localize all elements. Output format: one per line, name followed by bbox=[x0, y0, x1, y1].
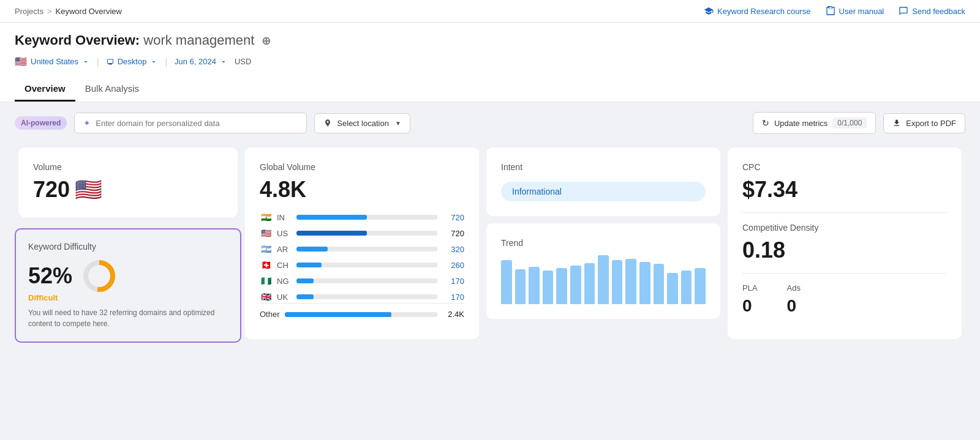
ads-value: 0 bbox=[787, 296, 801, 316]
export-btn-label: Export to PDF bbox=[906, 119, 956, 128]
volume-label: Volume bbox=[33, 162, 223, 172]
country-bar-container-0 bbox=[296, 215, 437, 220]
page-title-prefix: Keyword Overview: bbox=[15, 32, 140, 48]
country-value-0: 720 bbox=[442, 213, 464, 222]
country-row: 🇮🇳 IN 720 bbox=[260, 212, 464, 222]
desktop-icon bbox=[107, 58, 114, 65]
country-bar-container-5 bbox=[296, 294, 437, 299]
filter-sep-2: | bbox=[165, 57, 167, 67]
country-code-5: UK bbox=[277, 293, 292, 302]
volume-number-text: 720 bbox=[33, 177, 70, 203]
intent-label: Intent bbox=[501, 162, 706, 172]
trend-bar-0 bbox=[501, 260, 512, 304]
trend-bar-13 bbox=[681, 270, 692, 304]
kd-percent-text: 52% bbox=[28, 263, 72, 288]
country-row: 🇳🇬 NG 170 bbox=[260, 276, 464, 286]
cpc-value: $7.34 bbox=[742, 177, 947, 203]
location-select-btn[interactable]: Select location ▼ bbox=[314, 113, 410, 133]
country-filter-btn[interactable]: 🇺🇸 United States bbox=[15, 56, 89, 67]
other-bar-fill bbox=[285, 312, 392, 317]
country-row: 🇦🇷 AR 320 bbox=[260, 244, 464, 254]
country-code-1: US bbox=[277, 229, 292, 238]
volume-card: Volume 720 🇺🇸 bbox=[18, 147, 238, 217]
breadcrumb-current: Keyword Overview bbox=[56, 7, 122, 16]
country-bar-container-4 bbox=[296, 278, 437, 283]
currency-label: USD bbox=[235, 57, 251, 66]
tab-overview[interactable]: Overview bbox=[15, 77, 75, 102]
domain-input[interactable] bbox=[96, 119, 298, 128]
country-chevron-icon bbox=[82, 58, 89, 65]
divider-1 bbox=[742, 212, 947, 213]
tab-bulk-analysis[interactable]: Bulk Analysis bbox=[75, 77, 149, 102]
other-bar bbox=[285, 312, 437, 317]
country-code-0: IN bbox=[277, 213, 292, 222]
send-feedback-label: Send feedback bbox=[912, 7, 965, 16]
intent-card: Intent Informational bbox=[486, 147, 720, 216]
date-chevron-icon bbox=[220, 58, 227, 65]
trend-bar-4 bbox=[556, 268, 567, 304]
add-to-list-icon[interactable]: ⊕ bbox=[262, 35, 271, 47]
trend-bar-2 bbox=[529, 267, 540, 304]
export-icon bbox=[892, 119, 901, 127]
country-bar-fill-2 bbox=[296, 247, 328, 252]
pla-value: 0 bbox=[742, 296, 758, 316]
pla-label: PLA bbox=[742, 283, 758, 293]
refresh-icon: ↻ bbox=[762, 118, 769, 128]
kd-difficulty-label: Difficult bbox=[28, 293, 228, 302]
date-filter-btn[interactable]: Jun 6, 2024 bbox=[175, 57, 227, 66]
ads-item: Ads 0 bbox=[787, 283, 801, 316]
send-feedback-link[interactable]: Send feedback bbox=[899, 6, 965, 16]
breadcrumb-separator: > bbox=[47, 7, 52, 16]
country-row: 🇨🇭 CH 260 bbox=[260, 260, 464, 270]
country-flag-2: 🇦🇷 bbox=[260, 244, 272, 254]
country-bar-fill-4 bbox=[296, 278, 314, 283]
country-flag-4: 🇳🇬 bbox=[260, 276, 272, 286]
filters-row: 🇺🇸 United States | Desktop | Jun 6, 2024… bbox=[15, 56, 965, 67]
domain-input-wrapper[interactable]: ✦ bbox=[74, 113, 307, 133]
update-metrics-btn[interactable]: ↻ Update metrics 0/1,000 bbox=[753, 112, 876, 134]
trend-bar-6 bbox=[584, 263, 595, 304]
country-flag-3: 🇨🇭 bbox=[260, 260, 272, 270]
country-bar-container-3 bbox=[296, 263, 437, 267]
filter-sep-1: | bbox=[97, 57, 99, 67]
country-value-4: 170 bbox=[442, 277, 464, 286]
trend-bar-14 bbox=[695, 268, 706, 304]
keyword-research-course-link[interactable]: Keyword Research course bbox=[704, 6, 810, 16]
country-bar-container-1 bbox=[296, 231, 437, 236]
country-code-3: CH bbox=[277, 261, 292, 270]
export-to-pdf-btn[interactable]: Export to PDF bbox=[883, 113, 965, 133]
other-label: Other bbox=[260, 310, 280, 319]
cpc-label: CPC bbox=[742, 162, 947, 172]
trend-bar-11 bbox=[654, 264, 665, 304]
breadcrumb-projects[interactable]: Projects bbox=[15, 7, 43, 16]
country-flag-5: 🇬🇧 bbox=[260, 292, 272, 302]
country-bar-fill-5 bbox=[296, 294, 314, 299]
competitive-density-value: 0.18 bbox=[742, 237, 947, 263]
device-filter-btn[interactable]: Desktop bbox=[107, 57, 158, 66]
country-bar-fill-0 bbox=[296, 215, 367, 220]
page-title-keyword: work management bbox=[143, 32, 254, 48]
location-pin-icon bbox=[323, 119, 332, 127]
country-bar-fill-3 bbox=[296, 263, 322, 267]
sparkle-icon: ✦ bbox=[83, 118, 91, 128]
keyword-research-course-label: Keyword Research course bbox=[717, 7, 810, 16]
location-chevron-icon: ▼ bbox=[395, 120, 401, 127]
user-manual-label: User manual bbox=[839, 7, 884, 16]
trend-bar-1 bbox=[515, 269, 526, 304]
kd-label: Keyword Difficulty bbox=[28, 242, 228, 252]
user-manual-link[interactable]: User manual bbox=[826, 6, 884, 16]
ai-powered-badge: AI-powered bbox=[15, 116, 67, 130]
country-code-2: AR bbox=[277, 245, 292, 254]
device-chevron-icon bbox=[150, 58, 157, 65]
country-code-4: NG bbox=[277, 277, 292, 286]
kd-content: 52% bbox=[28, 259, 228, 293]
global-volume-card: Global Volume 4.8K 🇮🇳 IN 720 🇺🇸 US 720 🇦… bbox=[245, 147, 479, 339]
trend-card: Trend bbox=[486, 223, 720, 319]
graduation-cap-icon bbox=[704, 6, 714, 16]
kd-donut-chart bbox=[82, 259, 116, 293]
country-value-5: 170 bbox=[442, 293, 464, 302]
other-value: 2.4K bbox=[442, 310, 464, 319]
kd-percent: 52% bbox=[28, 263, 72, 289]
country-flag-1: 🇺🇸 bbox=[260, 228, 272, 238]
cards-grid: Volume 720 🇺🇸 Keyword Difficulty 52% bbox=[0, 144, 980, 357]
